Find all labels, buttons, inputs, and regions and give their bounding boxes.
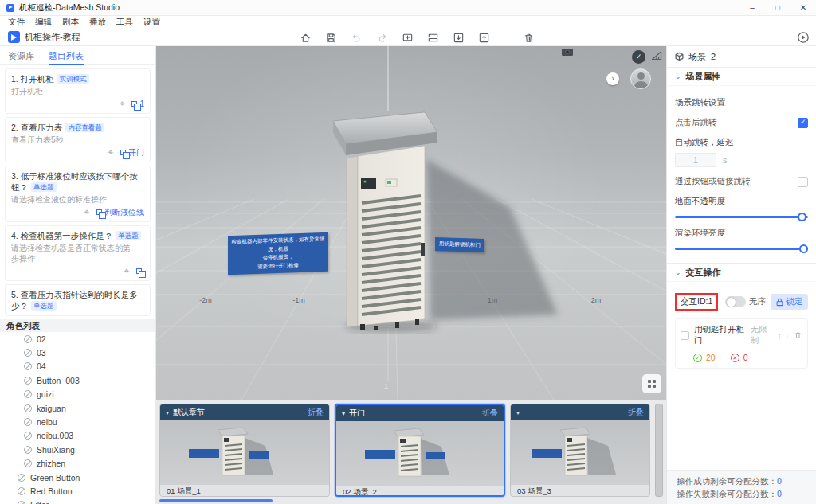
env-brightness-slider[interactable] [675,244,808,253]
lock-button[interactable]: 锁定 [771,294,808,310]
import-button[interactable] [453,32,465,44]
scene-thumbnail[interactable] [511,420,649,485]
toolbar: 机柜操作-教程 [0,29,816,46]
question-card[interactable]: 3. 低于标准液位时应该按下哪个按钮？单选题 请选择检查液位的标准操作 ⌖ 判断… [5,166,151,222]
fold-button[interactable]: 折叠 [482,408,498,419]
next-card-edge[interactable] [655,404,663,497]
copy-icon [136,268,142,274]
server-cabinet-model[interactable] [333,112,437,330]
save-button[interactable] [325,32,337,44]
question-card[interactable]: 2. 查看压力表内容查看题 查看压力表5秒 ⌖ 开门 [5,117,151,162]
locate-icon[interactable]: ⌖ [124,267,129,275]
operation-item[interactable]: 用钥匙打开柜门 无限制 ↑ ↓ ✓ 20 ✕ 0 [675,318,808,369]
link-jump-label: 通过按钮或链接跳转 [675,176,751,187]
section-scene-properties[interactable]: ⌄ 场景属性 [667,67,816,86]
role-item[interactable]: guizi [0,388,155,401]
role-item[interactable]: Filter [0,498,155,504]
click-jump-checkbox[interactable] [798,118,808,128]
grid-label: 1m [488,296,498,304]
section-interaction[interactable]: ⌄ 交互操作 [667,263,816,282]
move-down-button[interactable]: ↓ [785,330,790,340]
menu-settings[interactable]: 设置 [143,17,160,28]
undo-button[interactable] [351,32,363,44]
level-icon [96,209,102,215]
scene-camera-icon[interactable] [562,49,573,56]
view-options-button[interactable] [642,374,661,393]
menu-file[interactable]: 文件 [8,17,25,28]
annotation-billboard-right[interactable]: 用钥匙解锁机柜门 [435,237,484,252]
link-jump-checkbox[interactable] [798,177,808,187]
chapter-collapse-icon[interactable]: ▾ [342,410,345,417]
copy-icon [131,101,137,107]
3d-viewport[interactable]: -2m -1m 1m 2m 1 检查机器内部零件安装状态，如有异常情况，机器 会… [156,46,666,400]
tab-question-list[interactable]: 题目列表 [49,46,84,65]
locate-icon[interactable]: ⌖ [84,208,89,217]
door-handle[interactable] [421,243,425,256]
role-item[interactable]: ShuiXiang [0,443,155,456]
question-card[interactable]: 1. 打开机柜实训模式 打开机柜 ⌖ 1 [5,68,151,114]
collapse-avatar-chevron-icon[interactable]: › [606,72,619,85]
question-card[interactable]: 5. 查看压力表指针达到的时长是多少？单选题 [5,284,151,316]
annotation-billboard-left[interactable]: 检查机器内部零件安装状态，如有异常情况，机器 会停机报警， 需要进行开门检修 [228,232,328,275]
menu-tools[interactable]: 工具 [116,17,133,28]
scene-card-3[interactable]: ▾ 折叠 03 场景_3 [510,404,650,497]
order-toggle[interactable] [725,296,746,307]
role-item[interactable]: Green Button [0,471,155,484]
chapter-collapse-icon[interactable]: ▾ [166,409,169,416]
fold-button[interactable]: 折叠 [628,407,644,418]
menu-edit[interactable]: 编辑 [35,17,52,28]
measure-tool-icon[interactable] [650,49,663,62]
role-item[interactable]: 02 [0,332,155,346]
project-name: 机柜操作-教程 [25,31,80,43]
question-link[interactable] [136,268,144,274]
auto-jump-delay-input[interactable]: 1 [675,153,716,167]
role-item[interactable]: Red Button [0,484,155,498]
presenter-avatar[interactable] [630,68,651,89]
locate-icon[interactable]: ⌖ [108,148,113,157]
fold-button[interactable]: 折叠 [308,407,324,418]
close-button[interactable]: ✕ [790,0,816,16]
role-item[interactable]: 03 [0,346,155,359]
question-type-badge: 单选题 [31,301,57,311]
question-card[interactable]: 4. 检查机器第一步操作是？单选题 请选择检查机器是否正常状态的第一步操作 ⌖ [5,225,151,281]
locate-icon[interactable]: ⌖ [120,100,124,108]
scene-list-button[interactable] [427,32,439,44]
menu-play[interactable]: 播放 [89,17,106,28]
interaction-id-highlight[interactable]: 交互ID:1 [675,293,718,311]
delete-button[interactable] [523,32,535,44]
redo-button[interactable] [376,32,388,44]
scene-card-2-selected[interactable]: ▾ 开门 折叠 02 场景_2 [335,404,505,497]
menu-script[interactable]: 剧本 [62,17,79,28]
operation-checkbox[interactable] [681,331,689,340]
chapter-collapse-icon[interactable]: ▾ [516,409,520,416]
role-item[interactable]: kaiguan [0,401,155,415]
add-scene-button[interactable] [402,32,414,44]
question-title: 3. 低于标准液位时应该按下哪个按钮？ [11,171,138,192]
titlebar: 机柜巡检-DataMesh Studio – □ ✕ [0,0,816,16]
role-item[interactable]: neibu.003 [0,429,155,443]
chapter-header: ▾ 默认章节 折叠 [160,404,329,420]
question-link[interactable]: 开门 [120,147,144,158]
fail-remaining-label: 操作失败剩余可分配分数： [677,489,777,498]
maximize-button[interactable]: □ [765,0,790,16]
scene-card-1[interactable]: ▾ 默认章节 折叠 01 场景_1 [159,404,330,497]
export-button[interactable] [478,32,490,44]
minimize-button[interactable]: – [740,0,765,16]
horizontal-scrollbar[interactable] [159,499,273,502]
tab-resource-library[interactable]: 资源库 [8,46,34,65]
scene-thumbnail[interactable] [160,420,329,485]
role-item[interactable]: Button_003 [0,373,155,387]
question-link[interactable]: 1 [131,100,144,108]
fail-cross-icon: ✕ [731,354,740,362]
role-item[interactable]: zhizhen [0,457,155,471]
role-item[interactable]: neibu [0,415,155,428]
home-button[interactable] [300,32,312,44]
move-up-button[interactable]: ↑ [777,330,782,340]
question-link[interactable]: 判断液位线 [96,207,144,218]
delete-operation-icon[interactable] [794,330,802,340]
role-item[interactable]: 04 [0,360,155,373]
preview-play-button[interactable] [797,31,810,45]
confirm-view-button[interactable]: ✓ [632,50,645,64]
ground-opacity-slider[interactable] [675,212,808,221]
scene-thumbnail[interactable] [336,421,504,486]
